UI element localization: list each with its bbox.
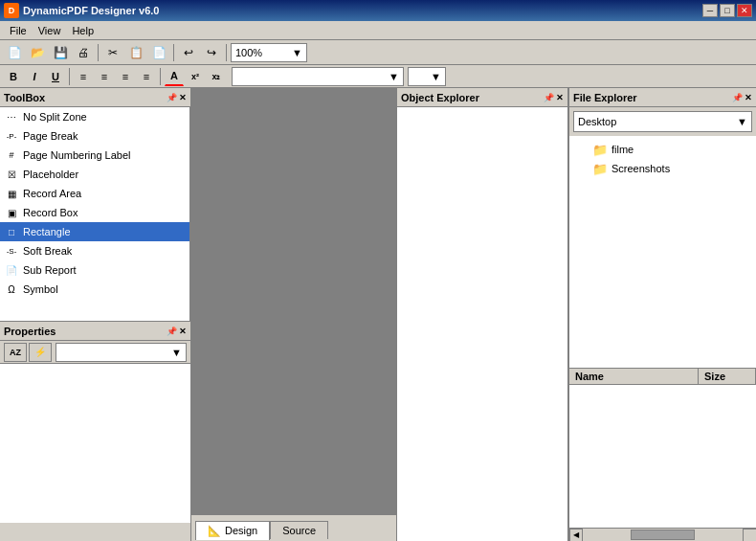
center-area: 📐 Design Source Object Explorer 📌 ✕ [191,88,568,541]
toolbox-pin-button[interactable]: 📌 [167,93,177,102]
scroll-left-button[interactable]: ◀ [569,529,583,542]
toolbox-item-rectangle-label: Rectangle [23,226,71,237]
toolbox-item-no-split-zone-label: No Split Zone [23,111,87,123]
filme-folder-icon: 📁 [592,143,608,157]
tree-item-screenshots[interactable]: 📁 Screenshots [573,159,752,178]
tree-item-filme[interactable]: 📁 filme [573,140,752,159]
toolbox-item-soft-break-label: Soft Break [23,245,72,257]
tree-item-filme-label: filme [611,144,634,155]
toolbox-item-record-box[interactable]: ▣ Record Box [0,203,189,222]
file-explorer-controls: 📌 ✕ [732,93,752,102]
toolbox-close-button[interactable]: ✕ [179,93,187,102]
canvas-tabs: 📐 Design Source [191,514,396,541]
toolbox-item-placeholder[interactable]: ☒ Placeholder [0,165,189,184]
file-scrollbar: ◀ ▶ [569,528,756,541]
design-tab-label: Design [225,525,257,536]
paste-button[interactable]: 📄 [148,42,169,63]
align-center-button[interactable]: ≡ [95,67,114,86]
rectangle-icon: □ [4,224,19,239]
properties-pin-button[interactable]: 📌 [167,327,177,336]
close-button[interactable]: ✕ [737,4,752,17]
file-list-section: Name Size ◀ ▶ [569,369,756,541]
superscript-button[interactable]: x² [186,67,205,86]
redo-button[interactable]: ↪ [201,42,222,63]
file-list-size-col[interactable]: Size [699,369,756,384]
left-panel: ToolBox 📌 ✕ ⋯ No Split Zone -P- Page Bre… [0,88,191,541]
save-button[interactable]: 💾 [50,42,71,63]
font-arrow: ▼ [389,71,399,82]
toolbox-item-page-break[interactable]: -P- Page Break [0,126,189,146]
font-color-button[interactable]: A [165,67,184,86]
toolbox-item-record-box-label: Record Box [23,207,78,218]
align-left-button[interactable]: ≡ [74,67,93,86]
file-explorer-dropdown-arrow: ▼ [737,116,747,127]
format-separator-1 [69,68,70,85]
new-button[interactable]: 📄 [4,42,25,63]
file-explorer-location: Desktop [578,116,616,127]
file-tree: 📁 filme 📁 Screenshots [569,136,756,368]
cut-button[interactable]: ✂ [102,42,123,63]
object-explorer-content [397,107,567,541]
properties-panel: Properties 📌 ✕ AZ ⚡ ▼ [0,321,190,541]
properties-tab-event[interactable]: ⚡ [29,343,52,362]
minimize-button[interactable]: ─ [702,4,718,17]
align-justify-button[interactable]: ≡ [137,67,156,86]
save-all-button[interactable]: 🖨 [73,42,94,63]
undo-button[interactable]: ↩ [178,42,199,63]
font-dropdown[interactable]: ▼ [232,67,404,86]
italic-button[interactable]: I [25,67,44,86]
properties-dropdown[interactable]: ▼ [56,343,187,362]
zoom-dropdown[interactable]: 100% ▼ [231,43,307,62]
file-explorer-dropdown[interactable]: Desktop ▼ [573,111,752,132]
object-explorer-close[interactable]: ✕ [556,93,564,102]
object-explorer-pin[interactable]: 📌 [544,93,554,102]
properties-content: AZ ⚡ ▼ [0,341,190,523]
toolbox-item-page-numbering[interactable]: # Page Numbering Label [0,146,189,165]
toolbox-item-symbol-label: Symbol [23,283,58,295]
zoom-value: 100% [235,47,262,58]
toolbox-item-symbol[interactable]: Ω Symbol [0,280,189,299]
properties-title: Properties [4,326,56,337]
toolbox-item-soft-break[interactable]: -S- Soft Break [0,241,189,260]
open-button[interactable]: 📂 [27,42,48,63]
object-explorer-title: Object Explorer [401,92,479,103]
menu-file[interactable]: File [4,23,33,38]
canvas-tab-design[interactable]: 📐 Design [195,521,270,540]
toolbox-item-no-split-zone[interactable]: ⋯ No Split Zone [0,107,189,126]
copy-button[interactable]: 📋 [125,42,146,63]
properties-close-button[interactable]: ✕ [179,327,187,336]
symbol-icon: Ω [4,282,19,297]
toolbox-item-record-area[interactable]: ▦ Record Area [0,184,189,203]
object-explorer-header: Object Explorer 📌 ✕ [397,88,567,107]
toolbox-item-rectangle[interactable]: □ Rectangle [0,222,189,241]
properties-tab-az[interactable]: AZ [4,343,27,362]
zoom-dropdown-arrow: ▼ [292,47,302,58]
file-explorer-close[interactable]: ✕ [745,93,752,102]
file-list-name-col[interactable]: Name [569,369,699,384]
toolbox-section: ToolBox 📌 ✕ ⋯ No Split Zone -P- Page Bre… [0,88,190,321]
toolbox-item-sub-report[interactable]: 📄 Sub Report [0,260,189,280]
scroll-track[interactable] [583,529,743,542]
tree-item-screenshots-label: Screenshots [611,163,670,174]
maximize-button[interactable]: □ [720,4,735,17]
underline-button[interactable]: U [46,67,65,86]
toolbar-separator-2 [173,44,174,61]
tree-indent-2 [573,161,589,176]
menu-view[interactable]: View [33,23,67,38]
size-dropdown[interactable]: ▼ [408,67,446,86]
menu-bar: File View Help [0,21,756,40]
tree-indent-1 [573,142,589,157]
canvas-area[interactable]: 📐 Design Source [191,88,396,541]
canvas-page [191,88,396,514]
subscript-button[interactable]: x₂ [207,67,226,86]
file-explorer-section: File Explorer 📌 ✕ Desktop ▼ 📁 filme [569,88,756,369]
placeholder-icon: ☒ [4,167,19,182]
canvas-tab-source[interactable]: Source [270,521,328,539]
bold-button[interactable]: B [4,67,23,86]
file-explorer-pin[interactable]: 📌 [732,93,743,102]
menu-help[interactable]: Help [66,23,100,38]
align-right-button[interactable]: ≡ [116,67,135,86]
record-area-icon: ▦ [4,186,19,201]
object-explorer: Object Explorer 📌 ✕ [396,88,568,541]
resize-handle[interactable] [745,530,756,541]
